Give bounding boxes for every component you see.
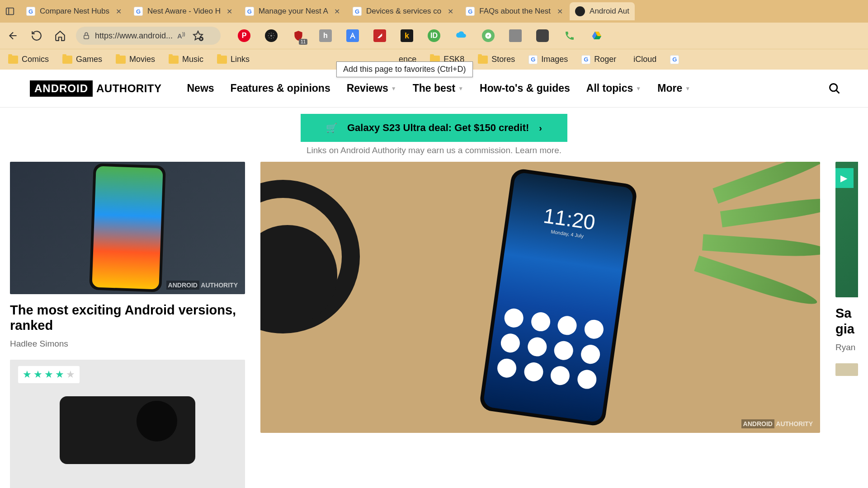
bookmark-games[interactable]: Games: [62, 55, 102, 64]
h-extension-icon[interactable]: h: [319, 29, 332, 42]
k-extension-icon[interactable]: k: [401, 29, 413, 42]
learn-more-link[interactable]: Learn more.: [515, 145, 561, 155]
close-icon[interactable]: ✕: [114, 7, 123, 16]
dark-extension-icon[interactable]: [536, 29, 549, 42]
tab-title: Manage your Nest A: [259, 7, 328, 16]
svg-point-5: [270, 35, 272, 37]
chevron-down-icon: ▼: [636, 85, 641, 92]
tab-title: Nest Aware - Video H: [147, 7, 221, 16]
article-title: The most exciting Android versions, rank…: [10, 302, 245, 334]
bookmark-label: Music: [182, 55, 203, 64]
bookmark-label: Comics: [22, 55, 49, 64]
google-favicon: G: [353, 7, 362, 16]
bookmark-label: Links: [231, 55, 250, 64]
drive-icon[interactable]: [590, 29, 603, 42]
compass-icon[interactable]: [482, 29, 495, 42]
article-thumbnail: ★ ★ ★ ★ ★: [10, 360, 245, 488]
tab-title: Devices & services co: [366, 7, 441, 16]
article-card[interactable]: ANDROID AUTHORITY The most exciting Andr…: [10, 162, 245, 349]
bookmark-roger[interactable]: GRoger: [581, 55, 616, 64]
gear-dark-icon[interactable]: [265, 29, 278, 42]
badge-count: 11: [299, 39, 307, 45]
article-author: Hadlee Simons: [10, 339, 245, 349]
tab-title: Compare Nest Hubs: [40, 7, 109, 16]
folder-icon: [8, 56, 18, 64]
bookmark-stores[interactable]: Stores: [478, 55, 515, 64]
nav-news[interactable]: News: [187, 82, 214, 94]
tab-faqs-nest[interactable]: G FAQs about the Nest ✕: [460, 2, 570, 20]
search-icon: [828, 82, 841, 95]
home-button[interactable]: [52, 28, 68, 43]
nav-the-best[interactable]: The best▼: [413, 82, 463, 94]
chevron-down-icon: ▼: [458, 85, 463, 92]
bookmark-links[interactable]: Links: [217, 55, 250, 64]
star-icon: ★: [23, 369, 32, 380]
bookmark-label: Roger: [594, 55, 616, 64]
logo-box: ANDROID: [30, 80, 93, 97]
site-logo[interactable]: ANDROID AUTHORITY: [30, 80, 162, 97]
google-favicon: G: [466, 7, 475, 16]
star-half-icon: ★: [55, 369, 64, 380]
nav-label: Reviews: [347, 82, 388, 94]
nav-howtos[interactable]: How-to's & guides: [480, 82, 570, 94]
tab-compare-nest-hubs[interactable]: G Compare Nest Hubs ✕: [21, 2, 128, 20]
article-card[interactable]: ★ ★ ★ ★ ★: [10, 360, 245, 488]
phone-green-icon[interactable]: [563, 29, 576, 42]
toolbar: https://www.android... A)) P 11 h k ID: [0, 23, 868, 49]
favorite-icon[interactable]: [193, 30, 203, 41]
close-icon[interactable]: ✕: [333, 7, 342, 16]
logo-text: AUTHORITY: [96, 82, 162, 95]
refresh-button[interactable]: [29, 28, 44, 43]
play-icon: ▶: [835, 168, 854, 188]
nav-all-topics[interactable]: All topics▼: [586, 82, 641, 94]
bookmark-music[interactable]: Music: [169, 55, 203, 64]
translate-icon[interactable]: [346, 29, 359, 42]
nav-label: More: [657, 82, 682, 94]
bookmark-label: Movies: [129, 55, 155, 64]
close-icon[interactable]: ✕: [446, 7, 455, 16]
tab-devices-services[interactable]: G Devices & services co ✕: [347, 2, 460, 20]
tab-android-authority[interactable]: Android Aut: [570, 2, 635, 20]
url-text: https://www.android...: [95, 31, 173, 41]
close-icon[interactable]: ✕: [225, 7, 234, 16]
bookmark-icloud[interactable]: iCloud: [630, 55, 656, 64]
article-thumbnail: ▶: [835, 162, 858, 297]
pinterest-icon[interactable]: P: [238, 29, 250, 42]
bookmark-comics[interactable]: Comics: [8, 55, 49, 64]
bookmark-images[interactable]: GImages: [528, 55, 568, 64]
nav-reviews[interactable]: Reviews▼: [347, 82, 396, 94]
chevron-down-icon: ▼: [685, 85, 690, 92]
google-icon: G: [670, 55, 679, 64]
nav-more[interactable]: More▼: [657, 82, 690, 94]
back-button[interactable]: [5, 28, 21, 43]
cloud-icon[interactable]: [455, 29, 467, 42]
cart-icon: 🛒: [326, 122, 337, 133]
address-bar[interactable]: https://www.android... A)): [76, 27, 221, 45]
svg-line-7: [836, 90, 840, 93]
tineye-icon[interactable]: [509, 29, 522, 42]
deal-banner[interactable]: 🛒 Galaxy S23 Ultra deal: Get $150 credit…: [301, 114, 567, 142]
hero-image[interactable]: 11:20 Monday, 4 July ANDROID AUTHORITY: [260, 162, 820, 433]
nav-label: All topics: [586, 82, 633, 94]
close-icon[interactable]: ✕: [555, 7, 564, 16]
bookmark-more[interactable]: G: [670, 55, 679, 64]
article-card[interactable]: [835, 363, 858, 376]
reader-icon[interactable]: A)): [177, 32, 185, 40]
android-authority-favicon: [575, 6, 585, 16]
search-button[interactable]: [828, 82, 841, 95]
lock-icon: [82, 32, 90, 40]
commission-text: Links on Android Authority may earn us a…: [307, 145, 515, 155]
tab-actions-icon[interactable]: [3, 4, 17, 19]
shield-icon[interactable]: 11: [292, 29, 305, 42]
green-circle-icon[interactable]: ID: [428, 29, 440, 42]
tab-manage-nest[interactable]: G Manage your Nest A ✕: [240, 2, 347, 20]
tab-nest-aware[interactable]: G Nest Aware - Video H ✕: [128, 2, 240, 20]
nav-features[interactable]: Features & opinions: [231, 82, 330, 94]
folder-icon: [116, 56, 126, 64]
bookmark-movies[interactable]: Movies: [116, 55, 155, 64]
red-extension-icon[interactable]: [373, 29, 386, 42]
site-nav: News Features & opinions Reviews▼ The be…: [187, 82, 691, 94]
article-card[interactable]: ▶ Sagia Ryan: [835, 162, 858, 352]
bookmark-label: iCloud: [633, 55, 656, 64]
svg-rect-2: [84, 35, 89, 39]
